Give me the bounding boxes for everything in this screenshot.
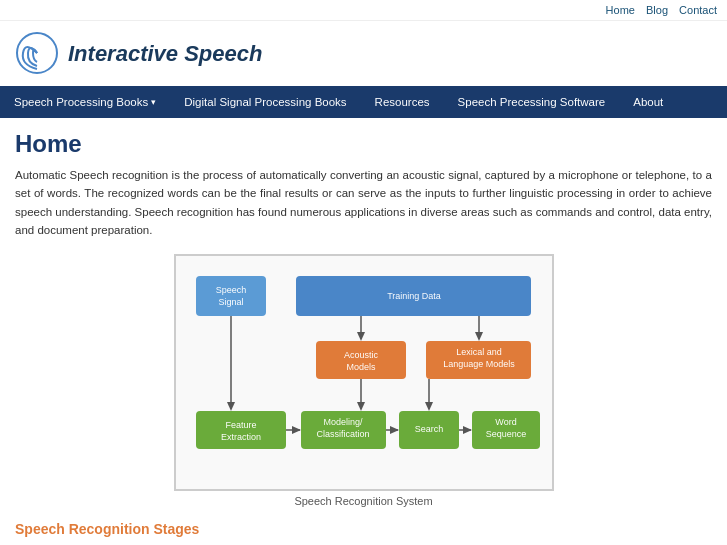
main-content: Home Automatic Speech recognition is the… [0, 118, 727, 545]
svg-text:Word: Word [495, 417, 516, 427]
svg-text:Sequence: Sequence [485, 429, 526, 439]
main-navigation: Speech Processing Books ▾ Digital Signal… [0, 86, 727, 118]
svg-marker-24 [227, 402, 235, 411]
dropdown-arrow-icon: ▾ [151, 97, 156, 107]
svg-text:Acoustic: Acoustic [343, 350, 378, 360]
page-title: Home [15, 130, 712, 158]
speech-recognition-diagram: Speech Signal Training Data Acoustic Mod… [186, 266, 546, 476]
svg-rect-1 [196, 276, 266, 316]
svg-marker-32 [425, 402, 433, 411]
logo-icon [15, 31, 60, 76]
nav-speech-processing-books[interactable]: Speech Processing Books ▾ [0, 86, 170, 118]
section-title-stages: Speech Recognition Stages [15, 521, 712, 537]
nav-about[interactable]: About [619, 86, 677, 118]
svg-text:Training Data: Training Data [387, 291, 441, 301]
nav-home-link[interactable]: Home [606, 4, 635, 16]
svg-text:Feature: Feature [225, 420, 256, 430]
diagram-container: Speech Signal Training Data Acoustic Mod… [174, 254, 554, 507]
svg-marker-38 [463, 426, 472, 434]
nav-blog-link[interactable]: Blog [646, 4, 668, 16]
svg-text:Modeling/: Modeling/ [323, 417, 363, 427]
diagram-caption: Speech Recognition System [294, 495, 432, 507]
logo-text: Interactive Speech [68, 41, 262, 67]
svg-text:Classification: Classification [316, 429, 369, 439]
top-navigation: Home Blog Contact [0, 0, 727, 21]
nav-speech-precessing-software[interactable]: Speech Precessing Software [444, 86, 620, 118]
svg-marker-26 [357, 332, 365, 341]
logo-area: Interactive Speech [0, 21, 727, 86]
svg-text:Models: Models [346, 362, 376, 372]
svg-text:Language Models: Language Models [443, 359, 515, 369]
svg-marker-28 [475, 332, 483, 341]
svg-marker-34 [292, 426, 301, 434]
svg-text:Speech: Speech [215, 285, 246, 295]
nav-dsp-books[interactable]: Digital Signal Processing Books [170, 86, 360, 118]
svg-text:Signal: Signal [218, 297, 243, 307]
svg-marker-30 [357, 402, 365, 411]
svg-text:Extraction: Extraction [220, 432, 260, 442]
nav-contact-link[interactable]: Contact [679, 4, 717, 16]
diagram-box: Speech Signal Training Data Acoustic Mod… [174, 254, 554, 491]
svg-marker-36 [390, 426, 399, 434]
svg-text:Lexical and: Lexical and [456, 347, 502, 357]
svg-text:Search: Search [414, 424, 443, 434]
intro-paragraph: Automatic Speech recognition is the proc… [15, 166, 712, 240]
nav-resources[interactable]: Resources [361, 86, 444, 118]
